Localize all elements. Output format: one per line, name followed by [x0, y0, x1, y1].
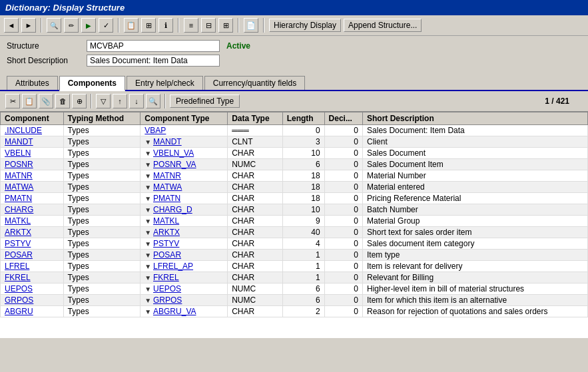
back-button[interactable]: ◄ — [4, 18, 19, 33]
table-container[interactable]: Component Typing Method Component Type D… — [0, 112, 588, 338]
field-list-button[interactable]: ≡ — [184, 18, 198, 33]
dropdown-arrow-icon[interactable]: ▼ — [145, 297, 153, 304]
comptype-link[interactable]: MATNR — [153, 171, 181, 180]
where-used-button[interactable]: ⊞ — [141, 18, 156, 33]
dropdown-arrow-icon[interactable]: ▼ — [145, 161, 153, 168]
cell-typing: Types — [63, 193, 141, 204]
dropdown-arrow-icon[interactable]: ▼ — [145, 285, 153, 293]
component-link[interactable]: POSNR — [5, 160, 33, 169]
dropdown-arrow-icon[interactable]: ▼ — [145, 229, 153, 236]
forward-button[interactable]: ► — [21, 18, 36, 33]
dropdown-arrow-icon[interactable]: ▼ — [145, 184, 153, 191]
find-button[interactable]: 🔍 — [146, 94, 160, 108]
dropdown-arrow-icon[interactable]: ▼ — [145, 240, 153, 248]
predefined-type-button[interactable]: Predefined Type — [170, 94, 240, 108]
dropdown-arrow-icon[interactable]: ▼ — [145, 274, 153, 281]
table-row: LFRELTypes▼ LFREL_APCHAR10Item is releva… — [1, 261, 588, 272]
cell-length: 40 — [282, 227, 324, 238]
cell-description: Item for which this item is an alternati… — [363, 295, 588, 306]
col-header-typing: Typing Method — [63, 112, 141, 125]
cell-datatype: CHAR — [228, 250, 283, 261]
comptype-link[interactable]: PSTYV — [153, 239, 179, 248]
component-link[interactable]: PSTYV — [5, 239, 31, 248]
component-link[interactable]: GRPOS — [5, 295, 33, 305]
component-link[interactable]: ABGRU — [5, 307, 33, 316]
copy2-button[interactable]: 📋 — [22, 94, 37, 108]
main-toolbar: ◄ ► 🔍 ✏ ▶ ✓ 📋 ⊞ ℹ ≡ ⊟ ⊞ 📄 Hierarchy Disp… — [0, 15, 588, 36]
comptype-link[interactable]: ARKTX — [153, 228, 180, 237]
tab-attributes[interactable]: Attributes — [7, 76, 58, 90]
doc-button[interactable]: 📄 — [244, 18, 258, 33]
delete-row-button[interactable]: 🗑 — [55, 94, 70, 108]
component-link[interactable]: ARKTX — [5, 228, 31, 237]
cell-length: 3 — [282, 136, 324, 148]
cell-datatype: CHAR — [228, 227, 283, 238]
dropdown-arrow-icon[interactable]: ▼ — [145, 195, 153, 202]
cell-datatype: CHAR — [228, 182, 283, 193]
comptype-link[interactable]: FKREL — [153, 273, 179, 282]
dropdown-arrow-icon[interactable]: ▼ — [145, 263, 153, 270]
activate-button[interactable]: ▶ — [81, 18, 96, 33]
dropdown-arrow-icon[interactable]: ▼ — [145, 150, 153, 157]
info-button[interactable]: ℹ — [158, 18, 173, 33]
cell-datatype: CHAR — [228, 306, 283, 317]
component-link[interactable]: POSAR — [5, 250, 33, 260]
display-button[interactable]: 🔍 — [47, 18, 61, 33]
append-structure-button[interactable]: Append Structure... — [344, 19, 422, 32]
cell-description: Sales document item category — [363, 238, 588, 250]
filter-button[interactable]: ▽ — [96, 94, 111, 108]
cell-deci: 0 — [324, 159, 362, 170]
check-button[interactable]: ✓ — [99, 18, 113, 33]
tab-currency[interactable]: Currency/quantity fields — [204, 76, 305, 90]
change-button[interactable]: ✏ — [64, 18, 79, 33]
component-link[interactable]: UEPOS — [5, 284, 33, 293]
title-bar: Dictionary: Display Structure — [0, 0, 588, 15]
component-link[interactable]: FKREL — [5, 273, 31, 282]
component-link[interactable]: PMATN — [5, 194, 32, 203]
component-link[interactable]: .INCLUDE — [5, 126, 42, 135]
dropdown-arrow-icon[interactable]: ▼ — [145, 252, 153, 259]
tab-components[interactable]: Components — [59, 76, 125, 91]
comptype-link[interactable]: UEPOS — [153, 284, 181, 293]
dropdown-arrow-icon[interactable]: ▼ — [145, 172, 153, 180]
comptype-link[interactable]: PMATN — [153, 194, 180, 203]
component-link[interactable]: MANDT — [5, 137, 33, 146]
comptype-link[interactable]: VBAP — [145, 126, 166, 135]
sort-desc-button[interactable]: ↓ — [129, 94, 144, 108]
component-link[interactable]: MATWA — [5, 182, 33, 192]
hierarchy-display-button[interactable]: Hierarchy Display — [269, 19, 341, 32]
dropdown-arrow-icon[interactable]: ▼ — [145, 138, 153, 146]
component-link[interactable]: VBELN — [5, 148, 31, 158]
component-link[interactable]: LFREL — [5, 262, 29, 271]
sort-asc-button[interactable]: ↑ — [113, 94, 127, 108]
comptype-link[interactable]: MANDT — [153, 137, 182, 146]
comptype-link[interactable]: ABGRU_VA — [153, 307, 196, 316]
comptype-link[interactable]: MATKL — [153, 216, 179, 226]
cell-comptype: ▼ ARKTX — [141, 227, 228, 238]
tab-entry-help[interactable]: Entry help/check — [127, 76, 203, 90]
dropdown-arrow-icon[interactable]: ▼ — [145, 218, 153, 225]
insert-row-button[interactable]: ⊕ — [72, 94, 87, 108]
comptype-link[interactable]: GRPOS — [153, 295, 182, 305]
structure-button[interactable]: ⊟ — [201, 18, 216, 33]
cell-deci: 0 — [324, 182, 362, 193]
component-link[interactable]: MATNR — [5, 171, 33, 180]
append-button[interactable]: ⊞ — [218, 18, 233, 33]
dropdown-arrow-icon[interactable]: ▼ — [145, 308, 153, 315]
comptype-link[interactable]: MATWA — [153, 182, 182, 192]
dropdown-arrow-icon[interactable]: ▼ — [145, 206, 153, 214]
comptype-link[interactable]: POSNR_VA — [153, 160, 196, 169]
comptype-link[interactable]: CHARG_D — [153, 205, 192, 214]
comptype-link[interactable]: VBELN_VA — [153, 148, 194, 158]
component-link[interactable]: CHARG — [5, 205, 33, 214]
copy-button[interactable]: 📋 — [124, 18, 139, 33]
cut-button[interactable]: ✂ — [5, 94, 20, 108]
comptype-link[interactable]: POSAR — [153, 250, 181, 260]
paste-button[interactable]: 📎 — [39, 94, 53, 108]
cell-comptype: ▼ POSAR — [141, 250, 228, 261]
cell-description: Higher-level item in bill of material st… — [363, 283, 588, 295]
comptype-link[interactable]: LFREL_AP — [153, 262, 193, 271]
cell-datatype: CHAR — [228, 238, 283, 250]
cell-component: PSTYV — [1, 238, 64, 250]
component-link[interactable]: MATKL — [5, 216, 31, 226]
